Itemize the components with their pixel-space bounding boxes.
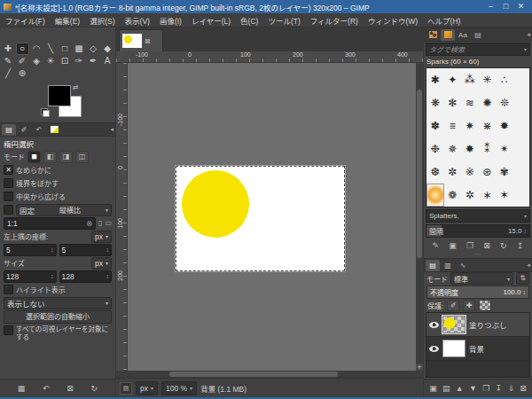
brush-thumbnail[interactable]: ✸: [461, 137, 479, 160]
fuzzy-select-tool[interactable]: ╲: [44, 43, 58, 55]
mode-intersect-button[interactable]: ◫: [75, 151, 89, 163]
brush-thumbnail[interactable]: ✾: [496, 160, 513, 184]
brush-thumbnail[interactable]: ⁂: [461, 68, 479, 91]
fixed-checkbox[interactable]: [4, 205, 13, 215]
lower-layer-button[interactable]: ▼: [469, 384, 477, 393]
document-history-tab[interactable]: ▤: [471, 29, 485, 41]
minimize-button[interactable]: –: [483, 0, 498, 13]
brush-thumbnail[interactable]: ✱: [426, 68, 444, 91]
guides-combo[interactable]: 表示しない ▾: [4, 297, 112, 309]
patterns-tab[interactable]: [426, 29, 440, 41]
color-picker-tool[interactable]: ╱: [2, 67, 15, 80]
reset-tool-options-button[interactable]: ↻: [91, 384, 98, 393]
clear-icon[interactable]: ⊗: [86, 219, 92, 228]
fonts-tab[interactable]: Aa: [456, 29, 470, 41]
paths-tab[interactable]: ∿: [456, 260, 470, 271]
mode-subtract-button[interactable]: ◨: [59, 151, 73, 163]
brush-thumbnail[interactable]: ✶: [496, 184, 513, 207]
new-brush-button[interactable]: ▣: [449, 241, 457, 250]
brush-thumbnail[interactable]: ❁: [444, 184, 462, 207]
dock-menu-icon[interactable]: ◂: [527, 262, 530, 269]
brush-thumbnail[interactable]: ✹: [496, 114, 513, 137]
open-brush-as-image-button[interactable]: ↥: [517, 241, 524, 250]
menu-item[interactable]: フィルター(R): [310, 15, 358, 26]
delete-layer-button[interactable]: ⊠: [520, 384, 527, 393]
layer-name[interactable]: 塗りつぶし: [469, 319, 507, 330]
dock-menu-icon[interactable]: ◂: [110, 126, 113, 133]
brush-thumbnail[interactable]: ❋: [426, 91, 444, 114]
brush-thumbnail[interactable]: ❊: [496, 91, 513, 114]
landscape-icon[interactable]: ▭: [105, 219, 112, 227]
mode-replace-button[interactable]: ◼: [27, 151, 41, 163]
lock-alpha-button[interactable]: [479, 300, 491, 311]
zoom-tool[interactable]: ⊕: [16, 67, 29, 80]
brush-thumbnail[interactable]: ✽: [426, 114, 444, 137]
shrink-merged-checkbox[interactable]: [4, 325, 13, 335]
brush-thumbnail[interactable]: ✦: [444, 68, 462, 91]
brush-thumbnail[interactable]: ✴: [496, 137, 513, 160]
ellipse-select-tool[interactable]: ○: [16, 43, 29, 55]
restore-tool-preset-button[interactable]: ↶: [43, 384, 50, 393]
size-width-input[interactable]: 128↕: [4, 270, 57, 283]
layer-mode-combo[interactable]: 標準 ▾: [450, 272, 513, 285]
spinner-arrows-icon[interactable]: ↕: [523, 289, 527, 295]
brush-thumbnail[interactable]: ∗: [479, 184, 497, 207]
spinner-arrows-icon[interactable]: ↕: [106, 273, 110, 279]
brush-thumbnail[interactable]: ∴: [496, 68, 513, 91]
crop-tool[interactable]: ▩: [73, 43, 86, 55]
brush-spacing-slider[interactable]: 間隔 15.0 ↕: [426, 224, 530, 238]
layer-thumbnail[interactable]: [442, 316, 466, 333]
portrait-icon[interactable]: ▯: [98, 219, 102, 227]
menu-item[interactable]: 選択(S): [90, 15, 114, 26]
navigation-icon[interactable]: ✛: [416, 364, 423, 371]
delete-tool-preset-button[interactable]: ⊠: [66, 384, 74, 393]
horizontal-scrollbar-thumb[interactable]: [169, 372, 338, 377]
size-height-input[interactable]: 128↕: [59, 270, 113, 283]
brush-filter-input[interactable]: タグで検索 ▾: [426, 43, 530, 56]
highlight-checkbox[interactable]: [4, 285, 13, 294]
fixed-combo[interactable]: 固定 縦横比 ▾: [16, 204, 112, 216]
layer-row[interactable]: 塗りつぶし: [426, 313, 529, 337]
eraser-tool[interactable]: ◈: [30, 55, 43, 67]
brush-thumbnail[interactable]: ❆: [426, 160, 444, 184]
brush-thumbnail[interactable]: ⁑: [479, 137, 497, 160]
zoom-combo[interactable]: 100 % ▾: [161, 381, 197, 395]
pencil-tool[interactable]: ✎: [2, 55, 15, 67]
feather-checkbox[interactable]: [4, 178, 13, 188]
new-layer-group-button[interactable]: ▤: [442, 384, 450, 393]
close-tab-icon[interactable]: ⊠: [145, 37, 151, 45]
free-select-tool[interactable]: ◠: [30, 43, 43, 55]
brushes-tab[interactable]: [441, 29, 455, 41]
layer-name[interactable]: 背景: [469, 343, 484, 354]
lock-position-button[interactable]: ✚: [463, 300, 475, 311]
menu-item[interactable]: 編集(E): [55, 15, 80, 26]
duplicate-layer-button[interactable]: ❐: [482, 384, 489, 393]
maximize-button[interactable]: □: [498, 0, 513, 13]
delete-brush-button[interactable]: ⊠: [483, 241, 490, 250]
spinner-arrows-icon[interactable]: ↕: [106, 246, 110, 253]
brush-thumbnail[interactable]: ✼: [444, 160, 462, 184]
foreground-color-swatch[interactable]: [48, 85, 71, 106]
image-tab[interactable]: [47, 124, 61, 136]
default-colors-icon[interactable]: [41, 108, 50, 117]
position-x-input[interactable]: 5↕: [4, 244, 57, 256]
horizontal-scrollbar[interactable]: [116, 371, 423, 378]
antialias-checkbox[interactable]: ✕: [4, 165, 13, 175]
brush-thumbnail[interactable]: ⊛: [479, 160, 497, 184]
swap-colors-icon[interactable]: ⇄: [73, 83, 79, 91]
brush-thumbnail[interactable]: ⋇: [479, 114, 497, 137]
image-tab[interactable]: ⊠: [119, 29, 163, 51]
size-unit-combo[interactable]: px ▾: [91, 257, 112, 270]
brush-thumbnail[interactable]: ※: [461, 160, 479, 184]
brush-thumbnail[interactable]: ✲: [461, 184, 479, 207]
layer-thumbnail[interactable]: [442, 340, 466, 357]
mode-switch-button[interactable]: ⇅: [516, 272, 529, 285]
brush-thumbnail[interactable]: ✿: [496, 207, 513, 207]
brush-thumbnail[interactable]: ≡: [444, 114, 462, 137]
brush-thumbnail[interactable]: ✺: [479, 91, 497, 114]
menu-item[interactable]: 色(C): [240, 15, 258, 26]
unit-combo[interactable]: px ▾: [136, 381, 158, 395]
rectangle-select-tool[interactable]: □: [59, 43, 72, 55]
paintbrush-tool[interactable]: ✐: [16, 55, 29, 67]
menu-item[interactable]: 画像(I): [160, 15, 182, 26]
